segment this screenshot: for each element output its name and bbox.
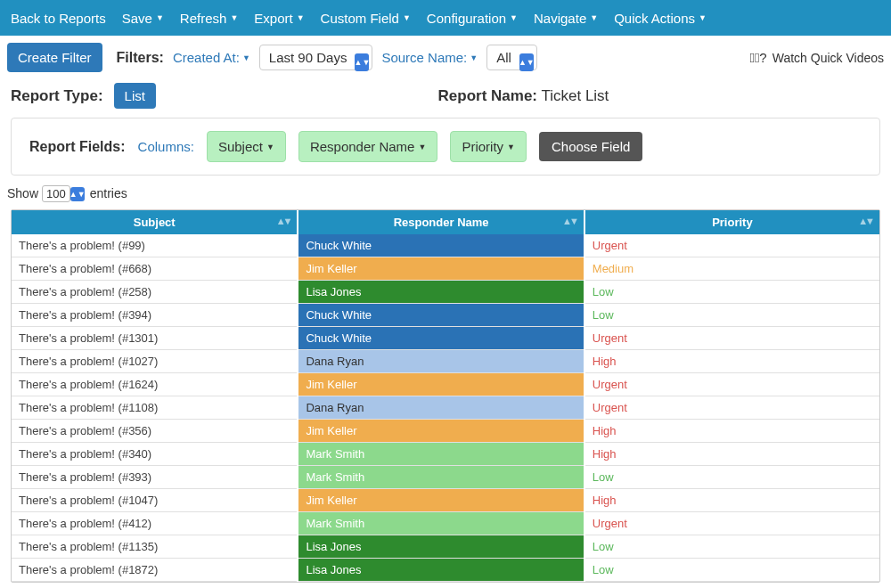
cell-subject: There's a problem! (#1108) <box>12 396 298 420</box>
nav-export[interactable]: Export▼ <box>254 11 304 26</box>
nav-save-label: Save <box>122 11 152 26</box>
report-type-button[interactable]: List <box>114 83 156 109</box>
table-row[interactable]: There's a problem! (#1301)Chuck WhiteUrg… <box>12 327 879 350</box>
cell-responder: Lisa Jones <box>298 559 584 582</box>
cell-subject: There's a problem! (#668) <box>12 257 298 281</box>
watch-videos-link[interactable]: ━⃝? Watch Quick Videos <box>749 50 884 65</box>
table-row[interactable]: There's a problem! (#99)Chuck WhiteUrgen… <box>12 234 879 257</box>
source-name-label: Source Name: <box>381 50 467 65</box>
cell-responder: Jim Keller <box>298 420 584 443</box>
col-header-responder[interactable]: Responder Name▲▼ <box>298 210 584 234</box>
question-circle-icon: ━⃝? <box>749 50 766 65</box>
cell-priority: Urgent <box>584 396 879 420</box>
filter-bar: Create Filter Filters: Created At:▼ Last… <box>0 36 891 79</box>
nav-custom-field-label: Custom Field <box>321 11 399 26</box>
top-nav: Back to Reports Save▼ Refresh▼ Export▼ C… <box>0 0 891 36</box>
cell-subject: There's a problem! (#1027) <box>12 350 298 373</box>
nav-quick-actions[interactable]: Quick Actions▼ <box>614 11 707 26</box>
table-row[interactable]: There's a problem! (#1108)Dana RyanUrgen… <box>12 396 879 420</box>
caret-down-icon: ▼ <box>403 13 411 22</box>
sort-icon: ▲▼ <box>858 216 872 226</box>
table-row[interactable]: There's a problem! (#340)Mark SmithHigh <box>12 443 879 466</box>
columns-link[interactable]: Columns: <box>138 139 194 154</box>
cell-priority: Medium <box>584 257 879 281</box>
show-label: Show <box>7 186 38 200</box>
cell-responder: Lisa Jones <box>298 281 584 304</box>
cell-responder: Mark Smith <box>298 466 584 489</box>
cell-responder: Chuck White <box>298 327 584 350</box>
cell-subject: There's a problem! (#412) <box>12 512 298 535</box>
source-name-dropdown[interactable]: Source Name:▼ <box>381 50 478 65</box>
table-row[interactable]: There's a problem! (#393)Mark SmithLow <box>12 466 879 489</box>
caret-down-icon: ▼ <box>156 13 164 22</box>
cell-priority: High <box>584 350 879 373</box>
report-type-label: Report Type: <box>11 87 103 105</box>
cell-priority: Urgent <box>584 512 879 535</box>
cell-responder: Chuck White <box>298 234 584 257</box>
cell-responder: Mark Smith <box>298 443 584 466</box>
report-name-value: Ticket List <box>541 87 609 104</box>
select-arrow-icon: ▲▼ <box>70 187 85 201</box>
cell-subject: There's a problem! (#1047) <box>12 489 298 512</box>
report-header-row: Report Type: List Report Name: Ticket Li… <box>0 79 891 118</box>
filters-label: Filters: <box>117 50 164 66</box>
page-size-select[interactable]: 100 ▲▼ <box>42 186 70 200</box>
table-row[interactable]: There's a problem! (#1027)Dana RyanHigh <box>12 350 879 373</box>
caret-down-icon: ▼ <box>242 53 250 62</box>
cell-subject: There's a problem! (#1872) <box>12 559 298 582</box>
cell-priority: Low <box>584 304 879 327</box>
sort-icon: ▲▼ <box>562 216 576 226</box>
nav-configuration[interactable]: Configuration▼ <box>427 11 518 26</box>
col-header-subject-label: Subject <box>134 216 176 229</box>
created-at-value-select[interactable]: Last 90 Days ▲▼ <box>259 50 373 65</box>
created-at-dropdown[interactable]: Created At:▼ <box>173 50 250 65</box>
page-size-value: 100 <box>42 185 70 202</box>
nav-refresh[interactable]: Refresh▼ <box>180 11 238 26</box>
table-row[interactable]: There's a problem! (#356)Jim KellerHigh <box>12 420 879 443</box>
cell-responder: Jim Keller <box>298 373 584 396</box>
cell-subject: There's a problem! (#393) <box>12 466 298 489</box>
nav-export-label: Export <box>254 11 292 26</box>
nav-navigate[interactable]: Navigate▼ <box>534 11 598 26</box>
cell-priority: Low <box>584 466 879 489</box>
cell-subject: There's a problem! (#356) <box>12 420 298 443</box>
column-priority-label: Priority <box>462 139 503 154</box>
table-row[interactable]: There's a problem! (#668)Jim KellerMediu… <box>12 257 879 281</box>
caret-down-icon: ▼ <box>297 13 305 22</box>
caret-down-icon: ▼ <box>590 13 598 22</box>
table-body: There's a problem! (#99)Chuck WhiteUrgen… <box>12 234 879 582</box>
sort-icon: ▲▼ <box>276 216 290 226</box>
column-subject-button[interactable]: Subject▼ <box>207 131 286 162</box>
nav-back[interactable]: Back to Reports <box>11 11 106 26</box>
cell-subject: There's a problem! (#1624) <box>12 373 298 396</box>
col-header-subject[interactable]: Subject▲▼ <box>12 210 298 234</box>
nav-refresh-label: Refresh <box>180 11 227 26</box>
report-fields-label: Report Fields: <box>29 139 126 155</box>
nav-save[interactable]: Save▼ <box>122 11 164 26</box>
nav-custom-field[interactable]: Custom Field▼ <box>321 11 411 26</box>
source-name-value: All <box>486 45 537 70</box>
create-filter-button[interactable]: Create Filter <box>7 43 102 72</box>
table-row[interactable]: There's a problem! (#394)Chuck WhiteLow <box>12 304 879 327</box>
report-fields-box: Report Fields: Columns: Subject▼ Respond… <box>11 118 880 176</box>
choose-field-button[interactable]: Choose Field <box>539 132 642 161</box>
table-row[interactable]: There's a problem! (#258)Lisa JonesLow <box>12 281 879 304</box>
nav-quick-actions-label: Quick Actions <box>614 11 695 26</box>
caret-down-icon: ▼ <box>266 143 274 151</box>
table-row[interactable]: There's a problem! (#1047)Jim KellerHigh <box>12 489 879 512</box>
column-priority-button[interactable]: Priority▼ <box>450 131 527 162</box>
col-header-priority[interactable]: Priority▲▼ <box>584 210 879 234</box>
table-row[interactable]: There's a problem! (#412)Mark SmithUrgen… <box>12 512 879 535</box>
caret-down-icon: ▼ <box>418 143 426 151</box>
source-name-value-select[interactable]: All ▲▼ <box>486 50 537 65</box>
column-responder-button[interactable]: Responder Name▼ <box>298 131 437 162</box>
nav-back-label: Back to Reports <box>11 11 106 26</box>
table-row[interactable]: There's a problem! (#1872)Lisa JonesLow <box>12 559 879 582</box>
table-row[interactable]: There's a problem! (#1135)Lisa JonesLow <box>12 535 879 559</box>
cell-priority: Low <box>584 281 879 304</box>
data-table: Subject▲▼ Responder Name▲▼ Priority▲▼ Th… <box>12 210 879 582</box>
cell-responder: Jim Keller <box>298 257 584 281</box>
report-name-label: Report Name: <box>438 87 537 104</box>
cell-responder: Chuck White <box>298 304 584 327</box>
table-row[interactable]: There's a problem! (#1624)Jim KellerUrge… <box>12 373 879 396</box>
